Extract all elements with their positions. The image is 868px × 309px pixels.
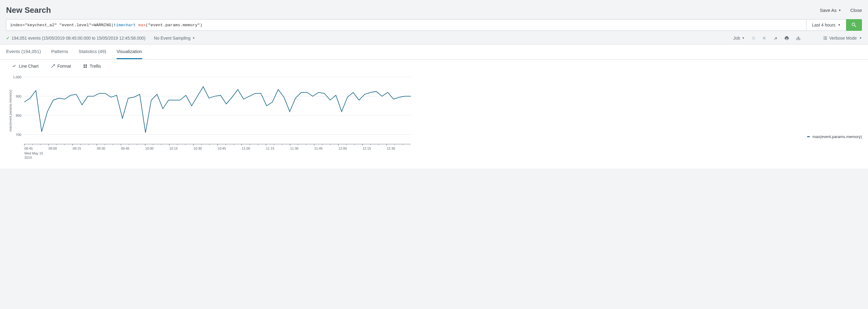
page-title: New Search <box>6 5 51 15</box>
chart-area: 7008009001,00008:4509:0009:1509:3009:451… <box>0 71 868 169</box>
tab-patterns[interactable]: Patterns <box>51 45 68 59</box>
line-chart: 7008009001,00008:4509:0009:1509:3009:451… <box>6 74 414 162</box>
mode-label: Verbose Mode <box>829 36 857 40</box>
viz-toolbar: Line Chart Format Trellis <box>0 59 868 71</box>
svg-text:10:45: 10:45 <box>218 147 226 150</box>
share-icon <box>773 36 778 40</box>
pause-button[interactable] <box>751 36 756 40</box>
format-button[interactable]: Format <box>51 64 71 68</box>
svg-text:11:45: 11:45 <box>314 147 323 150</box>
search-mode-dropdown[interactable]: Verbose Mode ▼ <box>823 36 862 40</box>
search-bar: index="keychest_a2" "event.level"=WARNIN… <box>0 19 868 34</box>
query-function: max <box>138 23 146 27</box>
caret-down-icon: ▼ <box>192 36 195 39</box>
svg-text:900: 900 <box>16 94 21 98</box>
svg-text:12:00: 12:00 <box>338 147 347 150</box>
caret-down-icon: ▼ <box>742 36 745 39</box>
status-right: Job ▼ Verbose Mode ▼ <box>733 36 862 40</box>
search-button[interactable] <box>846 19 862 31</box>
svg-text:09:00: 09:00 <box>49 147 57 150</box>
svg-text:11:00: 11:00 <box>242 147 250 150</box>
legend: max(event.params.memory) <box>807 74 862 162</box>
trellis-icon <box>83 64 87 68</box>
svg-text:800: 800 <box>16 114 21 117</box>
query-command: timechart <box>114 23 136 27</box>
svg-rect-2 <box>84 66 85 68</box>
job-label: Job <box>733 36 740 40</box>
close-label: Close <box>850 8 862 13</box>
svg-text:09:15: 09:15 <box>73 147 81 150</box>
print-icon <box>784 36 789 40</box>
events-text: 194,051 events (15/05/2019 08:45:00.000 … <box>11 36 146 40</box>
stop-icon <box>763 36 766 40</box>
svg-text:10:30: 10:30 <box>193 147 202 150</box>
pause-icon <box>751 36 756 40</box>
svg-text:08:45: 08:45 <box>24 147 33 150</box>
svg-rect-3 <box>86 66 87 68</box>
search-input[interactable]: index="keychest_a2" "event.level"=WARNIN… <box>6 19 806 31</box>
download-icon <box>796 36 801 40</box>
tab-statistics[interactable]: Statistics (49) <box>79 45 106 59</box>
time-range-picker[interactable]: Last 4 hours ▼ <box>806 19 846 31</box>
svg-rect-0 <box>84 65 85 66</box>
svg-text:10:15: 10:15 <box>169 147 178 150</box>
svg-text:09:30: 09:30 <box>97 147 105 150</box>
job-dropdown[interactable]: Job ▼ <box>733 36 745 40</box>
legend-swatch <box>807 136 810 137</box>
trellis-label: Trellis <box>90 64 101 68</box>
time-range-label: Last 4 hours <box>812 23 835 27</box>
check-icon: ✓ <box>6 36 10 40</box>
close-button[interactable]: Close <box>850 8 862 13</box>
format-icon <box>51 64 55 68</box>
save-as-button[interactable]: Save As ▼ <box>820 8 841 13</box>
svg-rect-1 <box>86 65 87 66</box>
line-chart-icon <box>12 64 17 68</box>
svg-text:09:45: 09:45 <box>121 147 130 150</box>
chart-type-label: Line Chart <box>19 64 39 68</box>
share-button[interactable] <box>773 36 778 40</box>
svg-text:max(event.params.memory): max(event.params.memory) <box>8 90 12 132</box>
print-button[interactable] <box>784 36 789 40</box>
trellis-button[interactable]: Trellis <box>83 64 101 68</box>
save-as-label: Save As <box>820 8 837 13</box>
legend-label: max(event.params.memory) <box>812 134 862 139</box>
svg-text:Wed May 15: Wed May 15 <box>24 151 43 155</box>
tab-visualization[interactable]: Visualization <box>117 45 142 59</box>
tab-events[interactable]: Events (194,051) <box>6 45 41 59</box>
svg-text:12:30: 12:30 <box>387 147 395 150</box>
svg-text:700: 700 <box>16 133 21 137</box>
page-header: New Search Save As ▼ Close <box>0 0 868 19</box>
event-sampling-dropdown[interactable]: No Event Sampling ▼ <box>154 36 195 40</box>
stop-button[interactable] <box>763 36 766 40</box>
svg-text:1,000: 1,000 <box>13 75 21 79</box>
search-icon <box>851 22 857 28</box>
svg-text:11:30: 11:30 <box>290 147 299 150</box>
caret-down-icon: ▼ <box>838 24 841 27</box>
query-args: ("event.params.memory") <box>146 23 203 27</box>
svg-text:12:15: 12:15 <box>363 147 371 150</box>
caret-down-icon: ▼ <box>838 9 841 12</box>
status-left: ✓ 194,051 events (15/05/2019 08:45:00.00… <box>6 36 195 40</box>
status-bar: ✓ 194,051 events (15/05/2019 08:45:00.00… <box>0 34 868 45</box>
svg-text:11:15: 11:15 <box>266 147 275 150</box>
svg-text:2019: 2019 <box>24 156 32 159</box>
svg-text:10:00: 10:00 <box>145 147 154 150</box>
chart-container: 7008009001,00008:4509:0009:1509:3009:451… <box>6 74 807 162</box>
chart-type-button[interactable]: Line Chart <box>12 64 39 68</box>
export-button[interactable] <box>796 36 801 40</box>
header-actions: Save As ▼ Close <box>820 8 862 13</box>
caret-down-icon: ▼ <box>859 36 862 39</box>
events-summary: ✓ 194,051 events (15/05/2019 08:45:00.00… <box>6 36 146 40</box>
format-label: Format <box>58 64 71 68</box>
sampling-label: No Event Sampling <box>154 36 190 40</box>
query-prefix: index="keychest_a2" "event.level"=WARNIN… <box>10 23 114 27</box>
tabs: Events (194,051) Patterns Statistics (49… <box>0 45 868 59</box>
list-icon <box>823 36 828 40</box>
